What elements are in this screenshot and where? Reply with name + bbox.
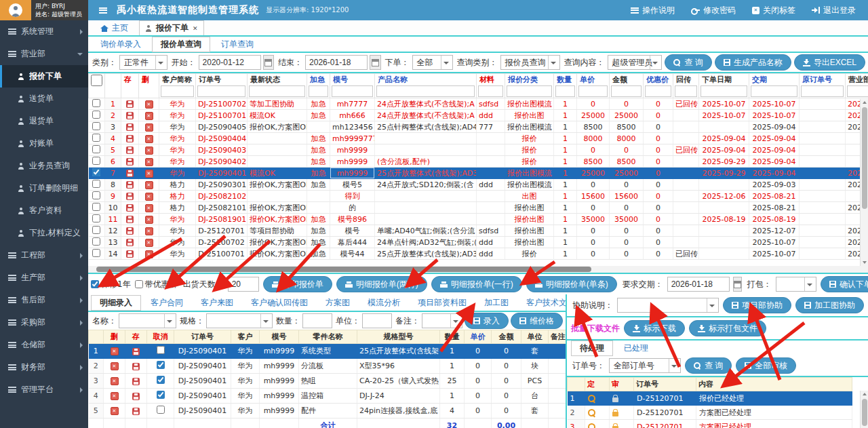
table-row[interactable]: 12华为D-25120701等项目部协助加急模号单嘴;AD40气缸;倒装;(含分…	[89, 225, 868, 237]
row-checkbox-cell[interactable]	[89, 156, 105, 168]
table-row[interactable]: 9格力DJ-25082102得到出图1156001560002025-12-06…	[89, 191, 868, 202]
sidebar-item-6[interactable]: 业务员查询	[0, 155, 88, 177]
table-row[interactable]: 1华为DJ-25100702等加工图协助加急mh777724点开放整体式(不含线…	[89, 98, 868, 110]
detail-row[interactable]: 4DJ-25090401华为mh9999温控箱DJ-J-24100台	[89, 389, 566, 404]
cancel-checkbox[interactable]	[157, 376, 165, 384]
column-filter-input-14[interactable]	[751, 85, 797, 97]
row-checkbox[interactable]	[92, 180, 100, 188]
detail-quote-single-button[interactable]: 明细报价单(单条)	[526, 276, 617, 292]
delete-icon[interactable]	[111, 407, 119, 415]
row-checkbox[interactable]	[92, 203, 100, 211]
sidebar-item-2[interactable]: 报价下单	[0, 65, 88, 87]
tab-close-icon[interactable]	[193, 25, 198, 32]
row-save-cell[interactable]	[121, 110, 139, 121]
row-delete-cell[interactable]	[139, 156, 159, 168]
row-checkbox[interactable]	[92, 191, 100, 199]
entry-button[interactable]: 录入	[465, 313, 509, 329]
scroll-up-icon[interactable]	[863, 101, 867, 104]
row-delete-cell[interactable]	[139, 168, 159, 179]
sidebar-item-16[interactable]: 管理平台	[0, 378, 88, 401]
row-delete-cell[interactable]	[139, 248, 159, 260]
detail-tab-6[interactable]: 项目部资料图	[410, 296, 475, 310]
top-link-0[interactable]: 操作说明	[631, 5, 675, 16]
magnifier-icon[interactable]	[588, 423, 596, 428]
detail-tab-7[interactable]: 加工图	[476, 296, 517, 310]
view-cell[interactable]	[585, 420, 610, 428]
export-excel-button[interactable]: 导出EXCEL	[794, 54, 865, 71]
delete-icon[interactable]	[145, 193, 153, 201]
table-row[interactable]: 4华为DJ-25090404加急mh9999777报价1800080000202…	[89, 133, 868, 144]
save-icon[interactable]	[126, 170, 134, 177]
save-icon[interactable]	[126, 123, 134, 131]
save-icon[interactable]	[126, 112, 134, 119]
audit-cell[interactable]	[610, 420, 634, 428]
unit-input[interactable]	[362, 313, 392, 328]
sidebar-item-1[interactable]: 营业部	[0, 43, 88, 65]
save-icon[interactable]	[126, 204, 134, 212]
row-checkbox[interactable]	[92, 157, 100, 165]
table-row[interactable]: 2华为DJ-25100701模流OK加急mh66624点开放整体式(不含线架);…	[89, 110, 868, 121]
table-row[interactable]: 3华为DJ-25090405报价OK,方案图OK.mh12345625点针阀整体…	[89, 121, 868, 133]
sidebar-item-0[interactable]: 系统管理	[0, 20, 88, 43]
row-save-cell[interactable]	[121, 179, 139, 191]
print-quote-button[interactable]: 打印报价单	[263, 276, 332, 292]
delivery-calendar-button[interactable]	[733, 277, 742, 292]
delete-icon[interactable]	[145, 147, 153, 155]
project-assist-button[interactable]: 项目部协助	[723, 297, 791, 313]
row-save-cell[interactable]	[121, 144, 139, 156]
confirm-order-button[interactable]: 确认下单	[821, 276, 868, 292]
row-delete-cell[interactable]	[139, 98, 159, 110]
delete-icon[interactable]	[145, 135, 153, 143]
sidebar-item-8[interactable]: 客户资料	[0, 199, 88, 222]
row-save-cell[interactable]	[121, 168, 139, 179]
row-checkbox[interactable]	[92, 145, 100, 153]
sidebar-item-12[interactable]: 售后部	[0, 289, 88, 311]
vertical-scrollbar[interactable]	[860, 391, 868, 428]
column-filter-input-6[interactable]	[478, 85, 503, 97]
sidebar-item-11[interactable]: 生产部	[0, 267, 88, 289]
delete-icon[interactable]	[145, 216, 153, 224]
row-save-cell[interactable]	[125, 404, 147, 419]
row-checkbox-cell[interactable]	[89, 179, 105, 191]
delete-icon[interactable]	[145, 158, 153, 166]
column-filter-input-8[interactable]	[555, 85, 575, 97]
row-save-cell[interactable]	[121, 98, 139, 110]
detail-row[interactable]: 2DJ-25090401华为mh9999分流板X型35*96100块	[89, 359, 566, 374]
sidebar-item-9[interactable]: 下拉,材料定义	[0, 222, 88, 244]
delete-icon[interactable]	[145, 227, 153, 235]
row-delete-cell[interactable]	[139, 110, 159, 121]
subtab-2[interactable]: 订单查询	[213, 37, 262, 52]
row-delete-cell[interactable]	[104, 404, 125, 419]
column-filter-input-12[interactable]	[675, 85, 697, 97]
row-save-cell[interactable]	[121, 214, 139, 225]
sidebar-item-14[interactable]: 仓储部	[0, 334, 88, 356]
detail-quote-two-line-button[interactable]: 明细报价单(两行)	[336, 276, 427, 292]
cancel-checkbox[interactable]	[157, 346, 165, 354]
detail-row[interactable]: 3DJ-25090401华为mh9999热咀CA-20-25（镶入式发热2500…	[89, 374, 566, 389]
save-icon[interactable]	[126, 135, 134, 142]
detail-tab-4[interactable]: 方案图	[317, 296, 358, 310]
column-filter-input-2[interactable]	[249, 85, 305, 97]
assist-select[interactable]	[617, 298, 719, 313]
detail-tab-2[interactable]: 客户来图	[193, 296, 241, 310]
save-icon[interactable]	[132, 363, 140, 370]
table-row[interactable]: 11华为DJ-25081901报价OK,方案图OK.加急模号896报价出图135…	[89, 214, 868, 225]
delete-icon[interactable]	[145, 123, 153, 132]
vertical-scrollbar[interactable]	[860, 99, 868, 266]
sidebar-item-3[interactable]: 送货单	[0, 87, 88, 110]
scroll-thumb[interactable]	[862, 107, 867, 209]
row-save-cell[interactable]	[121, 133, 139, 144]
row-delete-cell[interactable]	[139, 214, 159, 225]
name-select[interactable]	[119, 313, 176, 328]
column-filter-input-7[interactable]	[507, 85, 552, 97]
detail-tab-3[interactable]: 客户确认回传图	[243, 296, 316, 310]
row-checkbox-cell[interactable]	[89, 214, 105, 225]
save-icon[interactable]	[132, 408, 140, 415]
end-calendar-button[interactable]	[370, 55, 381, 70]
order-number-select[interactable]: 全部订单号	[609, 358, 681, 373]
tab-processed[interactable]: 已处理	[616, 341, 656, 355]
row-delete-cell[interactable]	[139, 202, 159, 214]
row-save-cell[interactable]	[121, 237, 139, 248]
tab-home[interactable]: 主页	[94, 21, 135, 35]
save-icon[interactable]	[126, 158, 134, 166]
